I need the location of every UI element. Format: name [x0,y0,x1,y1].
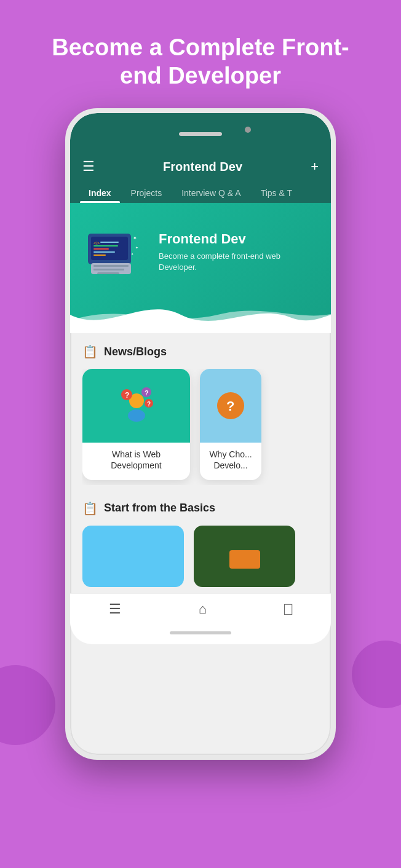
card-web-dev-image: ? ? ? [82,369,190,443]
svg-text:</>: </> [93,241,100,245]
hero-wave [70,296,336,333]
app-bar: ☰ Frontend Dev + [70,150,331,183]
svg-rect-10 [93,269,124,270]
tab-projects[interactable]: Projects [122,183,171,203]
phone-bottom-bar [70,622,331,644]
hero-banner: </> ✦ ✦ ✦ Fronten [70,203,331,332]
camera [245,127,251,133]
speaker [179,132,222,136]
basics-title: Start from the Basics [104,502,215,515]
news-blogs-section: 📋 News/Blogs ? [70,332,331,491]
tab-bar: Index Projects Interview Q & A Tips & T [70,183,331,203]
card-web-dev[interactable]: ? ? ? What is Web Development [82,369,190,479]
card-why-choose-label: Why Cho... Develo... [200,443,261,479]
svg-text:✦: ✦ [135,246,138,250]
phone-container: ☰ Frontend Dev + Index Projects Intervie… [0,108,401,760]
phone-top [70,113,331,150]
svg-rect-7 [93,254,106,256]
phone-frame: ☰ Frontend Dev + Index Projects Intervie… [65,108,336,760]
card-web-dev-label: What is Web Development [82,443,190,479]
svg-rect-11 [97,272,119,274]
svg-rect-6 [93,251,115,253]
page-title: Become a Complete Front-end Developer [0,0,401,108]
tab-interview[interactable]: Interview Q & A [173,183,249,203]
news-cards-row: ? ? ? What is Web Development [82,369,319,484]
app-title: Frontend Dev [163,160,242,174]
basics-icon: 📋 [82,501,98,516]
basics-card-1[interactable] [82,526,184,587]
basics-cards-row [82,526,319,587]
start-basics-section: 📋 Start from the Basics [70,491,331,593]
add-icon[interactable]: + [311,159,319,175]
news-blogs-header: 📋 News/Blogs [82,344,319,359]
basics-card-2[interactable] [194,526,295,587]
hero-illustration: </> ✦ ✦ ✦ [85,221,146,283]
svg-text:?: ? [147,401,151,408]
hero-subtitle: Become a complete front-end web Develope… [159,251,316,273]
svg-text:✦: ✦ [131,252,133,256]
tab-index[interactable]: Index [80,183,120,203]
nav-home-icon[interactable]: ⌂ [199,601,207,617]
home-indicator [170,631,231,634]
svg-rect-9 [93,265,129,267]
svg-text:?: ? [125,391,129,400]
svg-point-16 [128,409,145,422]
nav-menu-icon[interactable]: ☰ [109,601,121,617]
svg-rect-3 [100,242,119,243]
svg-rect-4 [93,245,118,247]
nav-back-icon[interactable]: ⎕ [284,601,292,617]
hero-text: Frontend Dev Become a complete front-end… [159,231,316,273]
svg-text:✦: ✦ [133,235,137,241]
svg-rect-5 [93,248,109,250]
card-why-choose[interactable]: ? Why Cho... Develo... [200,369,261,479]
svg-text:?: ? [226,398,234,414]
news-title: News/Blogs [104,345,167,358]
menu-icon[interactable]: ☰ [82,159,95,175]
tab-tips[interactable]: Tips & T [252,183,301,203]
news-icon: 📋 [82,344,98,359]
svg-text:?: ? [145,389,149,397]
hero-title: Frontend Dev [159,231,316,247]
card-why-choose-image: ? [200,369,261,443]
start-basics-header: 📋 Start from the Basics [82,501,319,516]
bottom-nav: ☰ ⌂ ⎕ [70,593,331,622]
